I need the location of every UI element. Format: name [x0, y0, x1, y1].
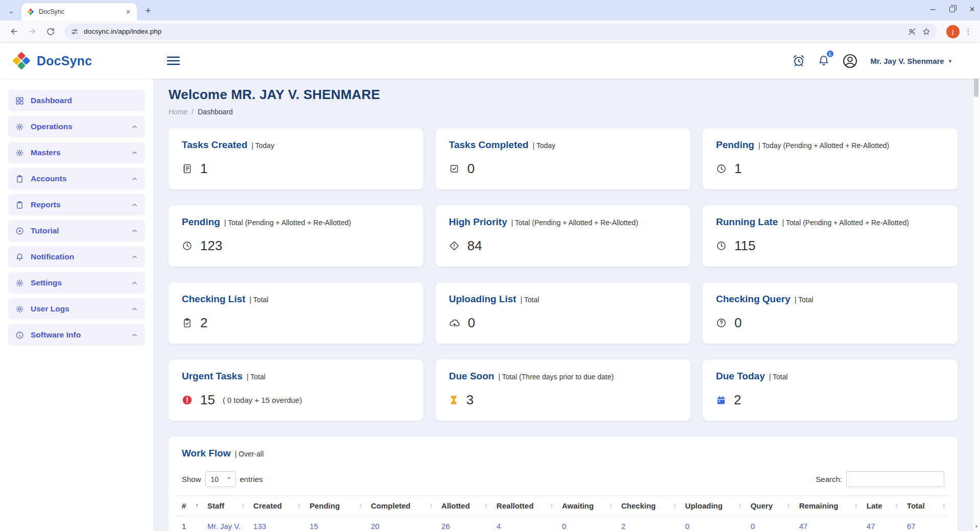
col-header-allotted[interactable]: Allotted▲▼: [436, 496, 491, 516]
card-pending-today: Pending| Today (Pending + Allotted + Re-…: [703, 128, 958, 189]
cell-total[interactable]: 67: [902, 516, 949, 531]
cell-checking[interactable]: 2: [616, 516, 680, 531]
journal-check-icon: [449, 163, 460, 174]
col-header-awaiting[interactable]: Awaiting▲▼: [557, 496, 616, 516]
new-tab-button[interactable]: +: [141, 4, 155, 18]
back-button[interactable]: [6, 24, 21, 39]
exclamation-circle-icon: [182, 395, 193, 405]
password-key-icon[interactable]: [907, 27, 917, 36]
search-input[interactable]: [846, 471, 944, 487]
col-header-late[interactable]: Late▲▼: [862, 496, 902, 516]
tab-strip: ⌄ DocSync × + – ×: [0, 0, 980, 20]
clipboard-icon: [15, 201, 24, 209]
stat-cards: Tasks Created| Today 1 Tasks Completed| …: [169, 128, 958, 421]
col-header-completed[interactable]: Completed▲▼: [366, 496, 436, 516]
card-high-priority: High Priority| Total (Pending + Allotted…: [436, 205, 690, 267]
browser-menu-icon[interactable]: ⋮: [963, 27, 974, 36]
cell-uploading[interactable]: 0: [680, 516, 746, 531]
browser-tab[interactable]: DocSync ×: [21, 3, 137, 20]
user-menu[interactable]: Mr. Jay V. Shenmare ▾: [870, 57, 951, 65]
user-name: Mr. Jay V. Shenmare: [870, 57, 944, 65]
cell-created[interactable]: 133: [248, 516, 304, 531]
user-avatar-icon[interactable]: [842, 53, 858, 69]
workflow-card: Work Flow | Over-all Show 10 entries Sea…: [169, 437, 958, 531]
tab-close-icon[interactable]: ×: [124, 7, 133, 16]
workflow-table: #▲▼ Staff▲▼ Created▲▼ Pending▲▼ Complete…: [177, 495, 949, 531]
scrollbar-down-icon[interactable]: ▼: [973, 524, 980, 529]
brand[interactable]: DocSync: [0, 51, 153, 71]
sidebar-item-masters[interactable]: Masters: [8, 142, 145, 163]
cell-late[interactable]: 47: [862, 516, 902, 531]
forward-button[interactable]: [25, 24, 40, 39]
sidebar-item-settings[interactable]: Settings: [8, 272, 145, 294]
clipboard-check-icon: [182, 318, 193, 328]
staff-link[interactable]: Mr. Jay V. Shenmare: [202, 516, 248, 531]
cell-query[interactable]: 0: [746, 516, 794, 531]
url-bar[interactable]: docsync.in/app/index.php: [64, 23, 937, 40]
page-size-select[interactable]: 10: [205, 471, 236, 487]
sidebar-item-reports[interactable]: Reports: [8, 194, 145, 215]
profile-avatar[interactable]: j: [946, 25, 960, 38]
col-header-pending[interactable]: Pending▲▼: [304, 496, 366, 516]
bell-icon: [15, 253, 24, 261]
col-header-total[interactable]: Total▲▼: [902, 496, 949, 516]
sidebar-item-operations[interactable]: Operations: [8, 116, 145, 137]
sidebar-item-dashboard[interactable]: Dashboard: [8, 90, 145, 111]
app-header: DocSync 6 Mr. Jay V. Shenmare ▾: [0, 43, 980, 79]
breadcrumb: Home / Dashboard: [169, 108, 958, 116]
entries-label: entries: [240, 475, 263, 484]
window-minimize-button[interactable]: –: [930, 4, 935, 14]
col-header-query[interactable]: Query▲▼: [746, 496, 794, 516]
window-restore-button[interactable]: [949, 7, 955, 12]
cell-awaiting[interactable]: 0: [557, 516, 616, 531]
col-header-staff[interactable]: Staff▲▼: [202, 496, 248, 516]
col-header-checking[interactable]: Checking▲▼: [616, 496, 680, 516]
breadcrumb-home[interactable]: Home: [169, 108, 187, 116]
chevron-up-icon: [131, 280, 138, 286]
sidebar-item-notification[interactable]: Notification: [8, 246, 145, 268]
sidebar-item-tutorial[interactable]: Tutorial: [8, 220, 145, 242]
sidebar-item-accounts[interactable]: Accounts: [8, 168, 145, 189]
col-header-index[interactable]: #▲▼: [177, 496, 202, 516]
chevron-up-icon: [131, 332, 138, 339]
chevron-up-icon: [131, 150, 138, 156]
tune-icon[interactable]: [70, 28, 79, 36]
card-checking-query: Checking Query| Total 0: [703, 282, 958, 344]
cell-allotted[interactable]: 26: [436, 516, 491, 531]
clock-icon: [716, 163, 727, 174]
card-due-today: Due Today| Total 2: [703, 359, 958, 421]
play-circle-icon: [15, 227, 24, 235]
clock-icon: [716, 240, 727, 251]
card-running-late: Running Late| Total (Pending + Allotted …: [703, 205, 958, 267]
url-text[interactable]: docsync.in/app/index.php: [84, 28, 902, 35]
chevron-up-icon: [131, 254, 138, 260]
hourglass-icon: [449, 395, 459, 405]
sidebar: Dashboard Operations Masters Accounts Re…: [0, 79, 153, 531]
calendar-icon: [716, 395, 726, 405]
card-pending-total: Pending| Total (Pending + Allotted + Re-…: [169, 205, 423, 267]
gear-icon: [15, 305, 24, 313]
col-header-uploading[interactable]: Uploading▲▼: [680, 496, 746, 516]
sidebar-item-user-logs[interactable]: User Logs: [8, 298, 145, 320]
cell-pending[interactable]: 15: [304, 516, 366, 531]
alarm-clock-icon[interactable]: [792, 54, 805, 67]
col-header-created[interactable]: Created▲▼: [248, 496, 304, 516]
cloud-upload-icon: [449, 318, 460, 329]
main-content: Welcome MR. JAY V. SHENMARE Home / Dashb…: [153, 79, 980, 531]
cell-completed[interactable]: 20: [366, 516, 436, 531]
gear-icon: [15, 279, 24, 287]
card-urgent-tasks: Urgent Tasks| Total 15 ( 0 today + 15 ov…: [169, 359, 423, 421]
notification-bell-icon[interactable]: 6: [818, 54, 830, 67]
bookmark-star-icon[interactable]: [922, 27, 931, 36]
col-header-reallotted[interactable]: Reallotted▲▼: [491, 496, 557, 516]
sidebar-toggle-icon[interactable]: [166, 55, 180, 66]
tab-search-icon[interactable]: ⌄: [4, 4, 18, 18]
cell-reallotted[interactable]: 4: [491, 516, 557, 531]
window-close-button[interactable]: ×: [969, 4, 975, 15]
reload-button[interactable]: [43, 24, 58, 39]
cell-remaining[interactable]: 47: [794, 516, 862, 531]
gear-icon: [15, 123, 24, 131]
col-header-remaining[interactable]: Remaining▲▼: [794, 496, 862, 516]
page-scrollbar[interactable]: ▲ ▼: [972, 43, 980, 531]
sidebar-item-software-info[interactable]: Software Info: [8, 324, 145, 346]
